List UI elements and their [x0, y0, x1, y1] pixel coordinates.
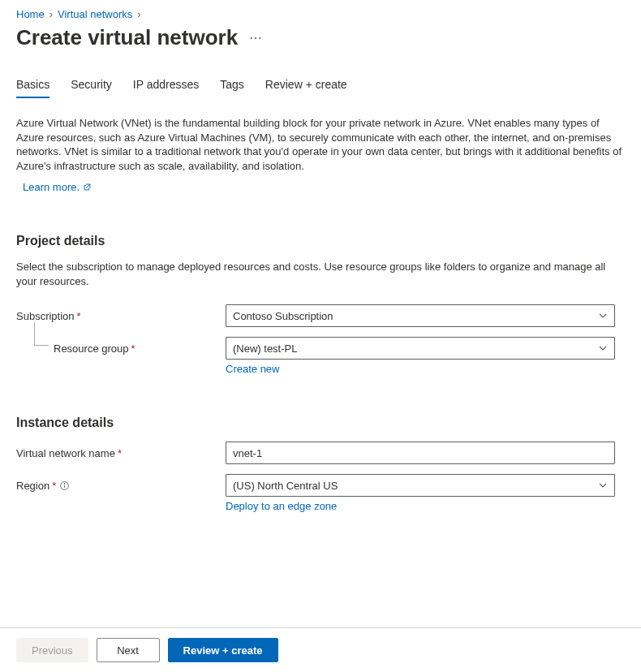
subscription-value: Contoso Subscription [233, 310, 333, 322]
info-icon[interactable] [59, 480, 70, 491]
region-label: Region [16, 480, 49, 492]
learn-more-label: Learn more. [23, 181, 80, 193]
project-details-heading: Project details [16, 234, 625, 248]
vnet-name-input[interactable] [226, 442, 615, 464]
vnet-name-label: Virtual network name [16, 447, 115, 459]
region-dropdown[interactable]: (US) North Central US [226, 474, 615, 497]
deploy-edge-zone-link[interactable]: Deploy to an edge zone [226, 500, 337, 512]
required-asterisk: * [131, 342, 136, 355]
chevron-down-icon [598, 311, 608, 321]
review-create-button[interactable]: Review + create [168, 638, 278, 662]
required-asterisk: * [118, 447, 122, 459]
subscription-dropdown[interactable]: Contoso Subscription [226, 304, 615, 327]
chevron-down-icon [598, 480, 608, 490]
learn-more-link[interactable]: Learn more. [23, 181, 92, 193]
create-new-rg-link[interactable]: Create new [226, 363, 279, 375]
instance-details-heading: Instance details [16, 416, 625, 430]
tab-review-create[interactable]: Review + create [265, 75, 347, 97]
required-asterisk: * [52, 480, 56, 492]
tab-security[interactable]: Security [71, 75, 112, 97]
breadcrumb-virtual-networks[interactable]: Virtual networks [58, 8, 132, 20]
resource-group-label: Resource group [54, 342, 129, 355]
chevron-right-icon: › [49, 8, 53, 20]
tab-basics[interactable]: Basics [16, 75, 49, 97]
subscription-row: Subscription * Contoso Subscription [16, 304, 625, 329]
vnet-name-row: Virtual network name * [16, 442, 625, 466]
resource-group-dropdown[interactable]: (New) test-PL [226, 337, 615, 360]
breadcrumb: Home › Virtual networks › [16, 8, 625, 20]
svg-point-2 [64, 483, 65, 484]
required-asterisk: * [77, 310, 81, 322]
project-details-desc: Select the subscription to manage deploy… [16, 260, 625, 288]
breadcrumb-home[interactable]: Home [16, 8, 45, 20]
footer-actions: Previous Next Review + create [0, 627, 641, 672]
next-button[interactable]: Next [97, 638, 160, 662]
intro-text: Azure Virtual Network (VNet) is the fund… [16, 116, 625, 173]
resource-group-value: (New) test-PL [233, 342, 297, 355]
previous-button[interactable]: Previous [16, 638, 88, 662]
subscription-label: Subscription [16, 310, 75, 322]
chevron-right-icon: › [137, 8, 140, 20]
tab-tags[interactable]: Tags [220, 75, 244, 97]
external-link-icon [83, 183, 92, 192]
page-title: Create virtual network [16, 25, 238, 50]
chevron-down-icon [598, 343, 608, 353]
resource-group-row: Resource group * (New) test-PL Create ne… [16, 337, 625, 375]
tab-ip-addresses[interactable]: IP addresses [133, 75, 199, 97]
region-row: Region * (US) North Central US Deploy to… [16, 474, 625, 512]
tab-bar: Basics Security IP addresses Tags Review… [16, 75, 625, 98]
more-menu-button[interactable]: ⋯ [249, 30, 264, 45]
region-value: (US) North Central US [233, 480, 338, 492]
